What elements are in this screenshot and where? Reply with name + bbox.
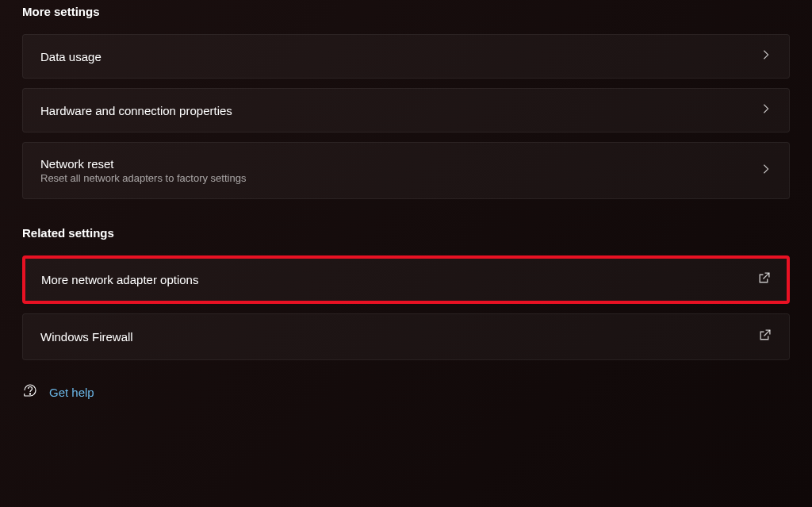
get-help-link[interactable]: Get help [22, 382, 790, 401]
item-text: Data usage [40, 50, 102, 63]
item-text: Hardware and connection properties [40, 104, 232, 117]
item-text: Network reset Reset all network adapters… [40, 157, 246, 184]
network-reset-label: Network reset [40, 157, 246, 171]
related-settings-heading: Related settings [22, 221, 790, 246]
external-link-icon [757, 271, 771, 288]
network-reset-item[interactable]: Network reset Reset all network adapters… [22, 142, 790, 199]
svg-point-0 [29, 394, 30, 394]
more-settings-section: More settings Data usage Hardware and co… [22, 0, 790, 199]
data-usage-item[interactable]: Data usage [22, 34, 790, 79]
chevron-right-icon [760, 103, 772, 117]
more-adapter-options-item[interactable]: More network adapter options [22, 255, 790, 304]
chevron-right-icon [760, 49, 772, 63]
firewall-label: Windows Firewall [40, 330, 133, 344]
help-icon [22, 382, 38, 401]
adapter-options-label: More network adapter options [41, 273, 198, 286]
related-settings-section: Related settings More network adapter op… [22, 221, 790, 360]
external-link-icon [758, 328, 772, 345]
chevron-right-icon [760, 163, 772, 178]
item-text: Windows Firewall [40, 330, 133, 344]
hardware-properties-item[interactable]: Hardware and connection properties [22, 88, 790, 133]
get-help-label: Get help [49, 386, 94, 399]
windows-firewall-item[interactable]: Windows Firewall [22, 313, 790, 360]
hardware-label: Hardware and connection properties [40, 104, 232, 117]
item-text: More network adapter options [41, 273, 198, 286]
more-settings-heading: More settings [22, 0, 790, 25]
data-usage-label: Data usage [40, 50, 102, 63]
network-reset-sublabel: Reset all network adapters to factory se… [40, 172, 246, 184]
